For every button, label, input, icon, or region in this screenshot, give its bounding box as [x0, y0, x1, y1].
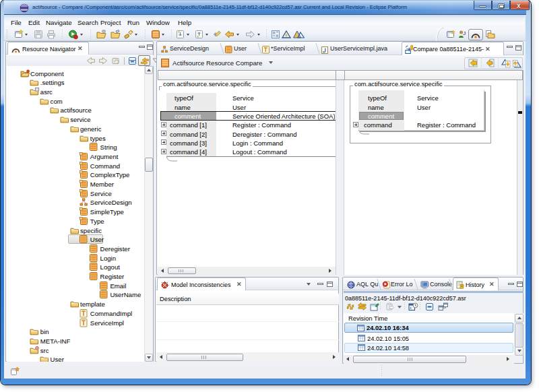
- svg-text:J: J: [463, 30, 466, 36]
